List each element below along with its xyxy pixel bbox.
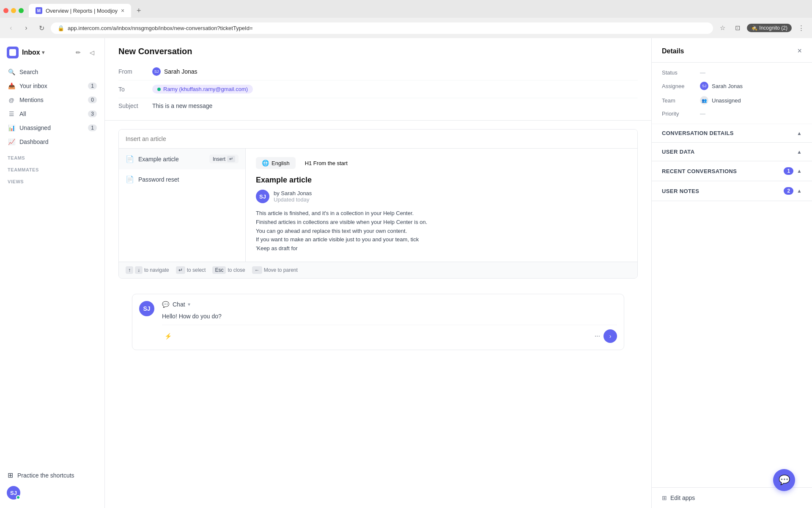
preview-author-info: by Sarah Jonas Updated today: [274, 190, 312, 203]
incognito-badge[interactable]: 🕵 Incognito (2): [747, 24, 792, 32]
subject-value: This is a new message: [152, 102, 212, 109]
globe-icon: 🌐: [262, 160, 269, 166]
preview-tab-h1[interactable]: H1 From the start: [299, 157, 354, 169]
app-layout: Inbox ▾ ✏ ◁ 🔍 Search 📥 Your inbox 1 @ Me…: [0, 38, 812, 508]
sidebar-title: Inbox ▾: [22, 49, 44, 56]
collapse-button[interactable]: ◁: [86, 47, 98, 58]
tab-close-button[interactable]: ×: [121, 7, 124, 14]
user-notes-caret: ▲: [797, 188, 802, 194]
recent-conversations-accordion: RECENT CONVERSATIONS 1 ▲: [652, 161, 812, 181]
compose-button[interactable]: ✏: [72, 47, 84, 58]
traffic-light-yellow[interactable]: [11, 8, 16, 13]
priority-row: Priority —: [662, 110, 802, 117]
details-close-button[interactable]: ×: [797, 47, 802, 55]
user-avatar[interactable]: SJ: [7, 486, 20, 500]
online-indicator: [157, 88, 161, 91]
chat-area: SJ 💬 Chat ▾ Hello! How do you do? ⚡: [132, 294, 624, 350]
forward-button[interactable]: ›: [20, 22, 32, 34]
menu-button[interactable]: ⋮: [795, 22, 807, 34]
preview-author-date: Updated today: [274, 196, 312, 203]
article-list-item[interactable]: 📄 Example article Insert ↵: [119, 149, 245, 169]
from-label: From: [118, 68, 152, 75]
new-tab-button[interactable]: +: [133, 5, 145, 17]
refresh-button[interactable]: ↻: [36, 22, 47, 34]
dashboard-icon: 📈: [8, 138, 15, 146]
insert-label: Insert: [213, 156, 225, 162]
h1-label: H1 From the start: [305, 160, 348, 166]
address-bar[interactable]: 🔒 app.intercom.com/a/inbox/nnsgmgob/inbo…: [51, 22, 713, 34]
insert-button[interactable]: Insert ↵: [209, 155, 239, 163]
sidebar-item-label: Search: [19, 69, 97, 75]
traffic-light-red[interactable]: [3, 8, 8, 13]
sidebar-item-dashboard[interactable]: 📈 Dashboard: [3, 135, 101, 149]
tab-english-label: English: [272, 160, 290, 166]
to-tag[interactable]: Ramy (khuffash.ramy@gmail.com): [152, 85, 253, 94]
chat-message-text: Hello! How do you do?: [162, 313, 617, 320]
traffic-lights: [3, 8, 24, 13]
user-notes-controls: 2 ▲: [784, 187, 802, 195]
shortcuts-item[interactable]: ⊞ Practice the shortcuts: [7, 468, 98, 483]
sidebar-title-caret: ▾: [42, 50, 44, 55]
author-name: Sarah Jonas: [281, 190, 312, 196]
author-prefix: by: [274, 190, 280, 196]
assignee-label: Assignee: [662, 83, 700, 89]
from-avatar: SJ: [152, 67, 161, 76]
browser-controls: ‹ › ↻ 🔒 app.intercom.com/a/inbox/nnsgmgo…: [0, 18, 812, 38]
edit-apps-footer[interactable]: ⊞ Edit apps: [652, 487, 812, 508]
sidebar-header: Inbox ▾ ✏ ◁: [0, 43, 104, 64]
to-email: Ramy (khuffash.ramy@gmail.com): [163, 86, 248, 92]
preview-tabs: 🌐 English H1 From the start: [256, 157, 430, 169]
user-data-title: USER DATA: [662, 149, 694, 155]
conversation-details-title: CONVERSATION DETAILS: [662, 130, 734, 136]
traffic-light-green[interactable]: [19, 8, 24, 13]
chat-wrapper: SJ 💬 Chat ▾ Hello! How do you do? ⚡: [105, 294, 651, 350]
dropdown-footer: ↑ ↓ to navigate ↵ to select Esc to close…: [119, 262, 637, 278]
conversation-header: New Conversation From SJ Sarah Jonas To …: [105, 38, 651, 121]
recent-conversations-badge: 1: [784, 167, 793, 175]
recent-conv-caret: ▲: [797, 168, 802, 174]
article-list-item[interactable]: 📄 Password reset: [119, 169, 245, 190]
user-data-header[interactable]: USER DATA ▲: [652, 143, 812, 161]
conversation-details-header[interactable]: CONVERSATION DETAILS ▲: [652, 124, 812, 142]
sidebar-item-all[interactable]: ☰ All 3: [3, 107, 101, 121]
inbox-icon: 📥: [8, 82, 15, 90]
more-options-button[interactable]: ···: [595, 332, 600, 340]
preview-tab-english[interactable]: 🌐 English: [256, 157, 296, 169]
user-data-accordion: USER DATA ▲: [652, 143, 812, 161]
preview-avatar: SJ: [256, 190, 269, 203]
sidebar-item-your-inbox[interactable]: 📥 Your inbox 1: [3, 79, 101, 93]
back-button[interactable]: ‹: [5, 22, 17, 34]
url-display: app.intercom.com/a/inbox/nnsgmgob/inbox/…: [68, 25, 253, 31]
bookmark-button[interactable]: ☆: [716, 22, 728, 34]
tab-favicon: M: [36, 7, 42, 14]
sidebar-item-label: Unassigned: [19, 124, 84, 131]
sidebar-item-unassigned[interactable]: 📊 Unassigned 1: [3, 121, 101, 135]
recent-conversations-header[interactable]: RECENT CONVERSATIONS 1 ▲: [652, 161, 812, 181]
incognito-label: Incognito (2): [759, 25, 787, 31]
chat-type-icon: 💬: [162, 301, 169, 308]
browser-tab-active[interactable]: M Overview | Reports | Moodjoy ×: [29, 4, 131, 17]
article-search-input[interactable]: [119, 130, 637, 148]
lightning-button[interactable]: ⚡: [162, 330, 174, 342]
team-value: 👥 Unassigned: [700, 96, 741, 105]
sidebar-item-search[interactable]: 🔍 Search: [3, 65, 101, 79]
nav-hint: ↑ ↓ to navigate: [126, 266, 169, 274]
article-icon: 📄: [126, 175, 134, 184]
article-search-area: 📄 Example article Insert ↵ 📄 Password re…: [105, 121, 651, 287]
sidebar-item-label: Mentions: [19, 97, 84, 103]
chat-input-row: ⚡ ··· ›: [162, 325, 617, 343]
conversation-details-caret: ▲: [797, 130, 802, 136]
close-label: to close: [228, 267, 245, 273]
send-button[interactable]: ›: [604, 329, 617, 343]
details-header: Details ×: [652, 38, 812, 63]
user-notes-header[interactable]: USER NOTES 2 ▲: [652, 181, 812, 201]
sidebar-icons: ✏ ◁: [72, 47, 98, 58]
edit-apps-icon: ⊞: [662, 494, 667, 501]
details-info-section: Status — Assignee SJ Sarah Jonas Team 👥 …: [652, 63, 812, 124]
floating-chat-button[interactable]: 💬: [773, 469, 795, 491]
mentions-badge: 0: [88, 97, 97, 103]
sidebar-item-mentions[interactable]: @ Mentions 0: [3, 93, 101, 107]
extension-button[interactable]: ⊡: [732, 22, 743, 34]
mentions-icon: @: [8, 96, 15, 104]
chat-sender-avatar: SJ: [139, 301, 154, 316]
